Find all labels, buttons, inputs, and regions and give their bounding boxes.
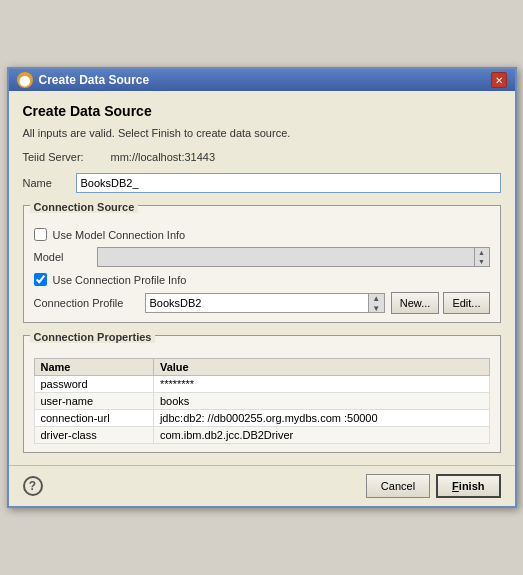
table-row: password********	[34, 376, 489, 393]
model-spinner-down[interactable]: ▼	[475, 257, 489, 266]
profile-select-arrow[interactable]: ▲ ▼	[368, 294, 384, 312]
model-input[interactable]	[97, 247, 474, 267]
table-header-row: Name Value	[34, 359, 489, 376]
create-data-source-dialog: ⬤ Create Data Source ✕ Create Data Sourc…	[7, 67, 517, 508]
prop-value: ********	[153, 376, 489, 393]
name-input[interactable]	[76, 173, 501, 193]
footer-buttons: Cancel Finish	[366, 474, 501, 498]
dialog-body: Create Data Source All inputs are valid.…	[9, 91, 515, 465]
use-connection-profile-row: Use Connection Profile Info	[34, 273, 490, 286]
prop-name: password	[34, 376, 153, 393]
model-spinner: ▲ ▼	[474, 247, 490, 267]
cancel-button[interactable]: Cancel	[366, 474, 430, 498]
finish-underline-f: F	[452, 480, 459, 492]
edit-button[interactable]: Edit...	[443, 292, 489, 314]
col-value-header: Value	[153, 359, 489, 376]
col-name-header: Name	[34, 359, 153, 376]
use-model-connection-label: Use Model Connection Info	[53, 229, 186, 241]
model-spinner-up[interactable]: ▲	[475, 248, 489, 257]
teiid-server-label: Teiid Server:	[23, 151, 103, 163]
teiid-server-row: Teiid Server: mm://localhost:31443	[23, 151, 501, 163]
connection-source-title: Connection Source	[30, 201, 139, 213]
new-button[interactable]: New...	[391, 292, 440, 314]
table-row: driver-classcom.ibm.db2.jcc.DB2Driver	[34, 427, 489, 444]
dialog-heading: Create Data Source	[23, 103, 501, 119]
table-row: user-namebooks	[34, 393, 489, 410]
use-connection-profile-label: Use Connection Profile Info	[53, 274, 187, 286]
prop-value: books	[153, 393, 489, 410]
app-icon: ⬤	[17, 72, 33, 88]
connection-properties-title: Connection Properties	[30, 331, 156, 343]
use-model-connection-row: Use Model Connection Info	[34, 228, 490, 241]
connection-profile-select-wrapper: BooksDB2 ▲ ▼	[145, 293, 385, 313]
model-label: Model	[34, 251, 89, 263]
profile-buttons: New... Edit...	[391, 292, 490, 314]
finish-button[interactable]: Finish	[436, 474, 500, 498]
prop-name: connection-url	[34, 410, 153, 427]
connection-source-section: Connection Source Use Model Connection I…	[23, 205, 501, 323]
name-row: Name	[23, 173, 501, 193]
help-icon[interactable]: ?	[23, 476, 43, 496]
prop-name: driver-class	[34, 427, 153, 444]
dialog-subtext: All inputs are valid. Select Finish to c…	[23, 127, 501, 139]
connection-properties-table: Name Value password********user-namebook…	[34, 358, 490, 444]
use-connection-profile-checkbox[interactable]	[34, 273, 47, 286]
table-row: connection-urljdbc:db2: //db000255.org.m…	[34, 410, 489, 427]
prop-value: jdbc:db2: //db000255.org.mydbs.com :5000…	[153, 410, 489, 427]
model-row: Model ▲ ▼	[34, 247, 490, 267]
prop-name: user-name	[34, 393, 153, 410]
connection-profile-row: Connection Profile BooksDB2 ▲ ▼ New... E…	[34, 292, 490, 314]
connection-profile-label: Connection Profile	[34, 297, 139, 309]
teiid-server-value: mm://localhost:31443	[111, 151, 216, 163]
model-field-wrapper: ▲ ▼	[97, 247, 490, 267]
title-bar: ⬤ Create Data Source ✕	[9, 69, 515, 91]
connection-properties-section: Connection Properties Name Value passwor…	[23, 335, 501, 453]
title-bar-title: Create Data Source	[39, 73, 150, 87]
close-button[interactable]: ✕	[491, 72, 507, 88]
prop-value: com.ibm.db2.jcc.DB2Driver	[153, 427, 489, 444]
name-label: Name	[23, 177, 68, 189]
connection-profile-select[interactable]: BooksDB2	[146, 294, 368, 312]
title-bar-left: ⬤ Create Data Source	[17, 72, 150, 88]
dialog-footer: ? Cancel Finish	[9, 465, 515, 506]
use-model-connection-checkbox[interactable]	[34, 228, 47, 241]
finish-label-rest: inish	[459, 480, 485, 492]
